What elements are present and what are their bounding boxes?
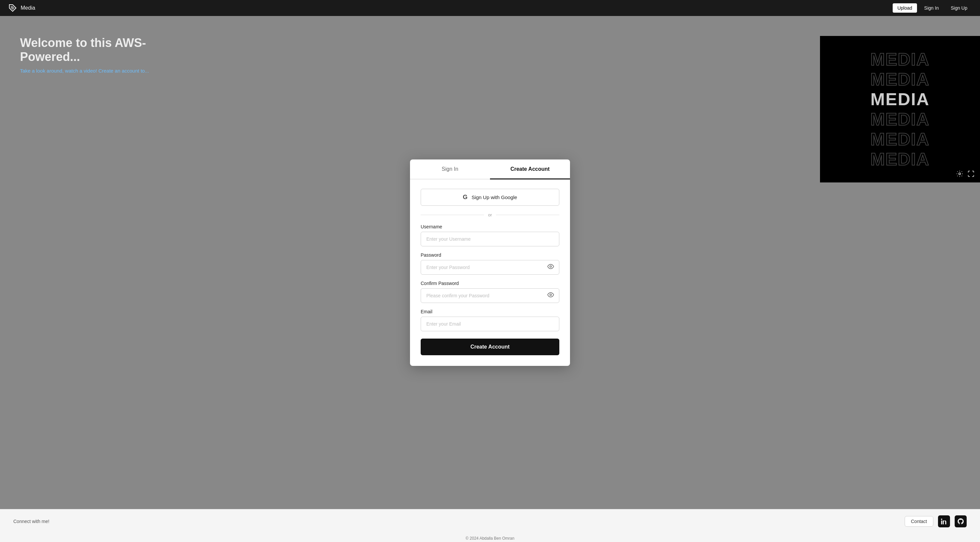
tab-signin[interactable]: Sign In bbox=[410, 160, 490, 179]
google-icon: G bbox=[463, 194, 468, 201]
upload-button[interactable]: Upload bbox=[892, 3, 917, 13]
copyright-text: © 2024 Abdalla Ben Omran bbox=[0, 533, 980, 542]
confirm-password-input[interactable] bbox=[421, 288, 559, 303]
eye-icon bbox=[547, 263, 554, 269]
footer-right: Contact bbox=[905, 515, 967, 527]
svg-point-1 bbox=[550, 266, 552, 267]
or-divider: or bbox=[421, 212, 559, 217]
auth-modal: Sign In Create Account G Sign Up with Go… bbox=[410, 160, 570, 366]
brand-icon bbox=[8, 3, 18, 13]
username-label: Username bbox=[421, 224, 559, 230]
modal-overlay: Sign In Create Account G Sign Up with Go… bbox=[0, 16, 980, 509]
github-button[interactable] bbox=[955, 515, 967, 527]
username-input[interactable] bbox=[421, 232, 559, 246]
username-group: Username bbox=[421, 224, 559, 246]
password-group: Password bbox=[421, 252, 559, 275]
confirm-password-toggle-button[interactable] bbox=[546, 290, 555, 301]
password-input-wrap bbox=[421, 260, 559, 275]
eye-icon-confirm bbox=[547, 291, 554, 298]
github-icon bbox=[958, 518, 964, 525]
brand-name: Media bbox=[21, 5, 35, 11]
password-input[interactable] bbox=[421, 260, 559, 275]
confirm-password-input-wrap bbox=[421, 288, 559, 303]
email-group: Email bbox=[421, 309, 559, 331]
footer: Connect with me! Contact bbox=[0, 509, 980, 533]
svg-point-2 bbox=[550, 294, 552, 296]
signup-nav-button[interactable]: Sign Up bbox=[946, 3, 972, 13]
email-label: Email bbox=[421, 309, 559, 314]
google-btn-label: Sign Up with Google bbox=[472, 195, 517, 200]
connect-text: Connect with me! bbox=[13, 519, 49, 524]
signin-nav-button[interactable]: Sign In bbox=[920, 3, 943, 13]
confirm-password-label: Confirm Password bbox=[421, 281, 559, 286]
google-signup-button[interactable]: G Sign Up with Google bbox=[421, 189, 559, 206]
navbar: Media Upload Sign In Sign Up bbox=[0, 0, 980, 16]
create-account-button[interactable]: Create Account bbox=[421, 339, 559, 355]
nav-actions: Upload Sign In Sign Up bbox=[892, 3, 972, 13]
username-input-wrap bbox=[421, 232, 559, 246]
page-body: Welcome to this AWS-Powered... Take a lo… bbox=[0, 16, 980, 509]
tab-create-account[interactable]: Create Account bbox=[490, 160, 570, 179]
linkedin-icon bbox=[941, 518, 947, 525]
confirm-password-group: Confirm Password bbox=[421, 281, 559, 303]
linkedin-button[interactable] bbox=[938, 515, 950, 527]
or-text: or bbox=[488, 212, 492, 217]
modal-body: G Sign Up with Google or Username Passwo… bbox=[410, 179, 570, 355]
email-input[interactable] bbox=[421, 317, 559, 331]
password-toggle-button[interactable] bbox=[546, 261, 555, 273]
contact-button[interactable]: Contact bbox=[905, 516, 933, 527]
nav-brand: Media bbox=[8, 3, 35, 13]
email-input-wrap bbox=[421, 317, 559, 331]
password-label: Password bbox=[421, 252, 559, 258]
modal-tabs: Sign In Create Account bbox=[410, 160, 570, 179]
